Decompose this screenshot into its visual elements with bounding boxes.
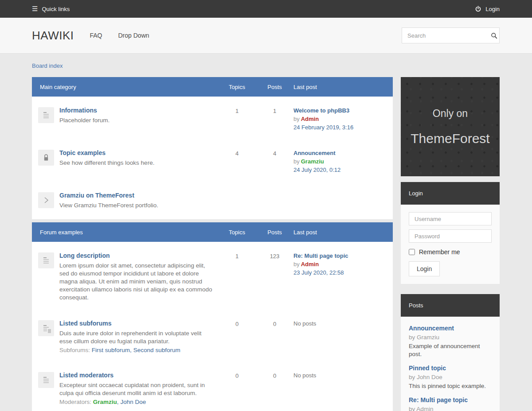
site-logo[interactable]: HAWIKI xyxy=(32,29,74,43)
login-panel-title: Login xyxy=(401,182,500,205)
no-posts-label: No posts xyxy=(293,320,316,327)
topics-count: 4 xyxy=(218,149,256,157)
last-post-cell: Welcome to phpBB3 byAdmin 24 February 20… xyxy=(293,106,393,131)
forum-row-listed-subforums: Listed subforums Duis aute irure dolor i… xyxy=(32,310,393,362)
password-field[interactable] xyxy=(409,229,492,243)
author-link-admin[interactable]: Admin xyxy=(301,116,319,122)
forum-description: Lorem ipsum dolor sit amet, consectetur … xyxy=(59,262,212,302)
post-author: by Admin xyxy=(409,406,492,411)
chevron-right-icon xyxy=(38,192,54,208)
file-subforum-icon xyxy=(38,320,54,336)
lock-icon xyxy=(38,150,54,166)
posts-count: 0 xyxy=(256,371,293,379)
last-post-date-link[interactable]: 24 February 2019, 3:16 xyxy=(293,124,353,131)
last-post-cell: No posts xyxy=(293,371,393,379)
category-title: Forum examples xyxy=(32,229,218,236)
moderators-line: Moderators: Gramziu,John Doe xyxy=(59,399,218,405)
last-post-link[interactable]: Welcome to phpBB3 xyxy=(293,107,349,114)
forum-row-informations: Informations Placeholder forum. 1 1 Welc… xyxy=(32,97,393,140)
themeforest-banner[interactable]: Only on ThemeForest xyxy=(401,77,500,176)
username-field[interactable] xyxy=(409,212,492,225)
forum-row-listed-moderators: Listed moderators Excepteur sint occaeca… xyxy=(32,362,393,411)
subforum-link-second[interactable]: Second subforum xyxy=(133,347,180,353)
post-excerpt: This is pinned topic example. xyxy=(409,382,492,390)
posts-count: 0 xyxy=(256,319,293,327)
posts-panel: Posts Announcement by Gramziu Example of… xyxy=(401,294,500,411)
page-content: Board index Main category Topics Posts L… xyxy=(0,54,532,411)
nav-faq[interactable]: FAQ xyxy=(90,32,102,39)
login-panel: Login Remember me Login xyxy=(401,182,500,284)
post-author: by John Doe xyxy=(409,374,492,380)
remember-me-row[interactable]: Remember me xyxy=(409,248,492,256)
last-post-link[interactable]: Re: Multi page topic xyxy=(293,252,348,260)
author-link-gramziu[interactable]: Gramziu xyxy=(301,158,324,165)
forum-row-topic-examples: Topic examples See how different things … xyxy=(32,140,393,182)
last-post-cell: Announcement byGramziu 24 July 2020, 0:1… xyxy=(293,149,393,174)
author-link-admin[interactable]: Admin xyxy=(301,261,319,268)
forum-link[interactable]: Topic examples xyxy=(59,149,106,156)
last-post-link[interactable]: Announcement xyxy=(293,150,336,157)
category-main: Main category Topics Posts Last post Inf… xyxy=(32,77,393,219)
moderator-link-john-doe[interactable]: John Doe xyxy=(121,399,146,405)
forum-description: See how different things looks here. xyxy=(59,159,212,167)
post-link[interactable]: Announcement xyxy=(409,325,454,332)
hamburger-icon: ☰ xyxy=(32,5,38,12)
posts-count: 1 xyxy=(256,106,293,114)
forum-description: Placeholder forum. xyxy=(59,116,212,124)
column-last-post: Last post xyxy=(293,228,393,236)
quick-links-button[interactable]: ☰ Quick links xyxy=(32,6,70,12)
subforum-badge xyxy=(47,328,52,334)
post-link[interactable]: Re: Multi page topic xyxy=(409,396,468,403)
forum-description: Excepteur sint occaecat cupidatat non pr… xyxy=(59,381,212,397)
forum-row-long-description: Long description Lorem ipsum dolor sit a… xyxy=(32,243,393,310)
last-post-cell: No posts xyxy=(293,319,393,327)
forum-link[interactable]: Listed subforums xyxy=(59,320,111,327)
search-box xyxy=(402,27,500,43)
forum-row-themeforest: Gramziu on ThemeForest View Gramziu Them… xyxy=(32,182,393,218)
topics-count: 1 xyxy=(218,106,256,114)
post-item: Pinned topic by John Doe This is pinned … xyxy=(409,364,492,390)
sidebar: Only on ThemeForest Login Remember me Lo… xyxy=(401,77,500,411)
banner-line1: Only on xyxy=(433,108,468,120)
category-title: Main category xyxy=(32,84,218,90)
column-topics: Topics xyxy=(218,84,256,90)
search-input[interactable] xyxy=(402,32,491,39)
column-last-post: Last post xyxy=(293,83,393,91)
posts-panel-title: Posts xyxy=(401,294,500,317)
forum-link[interactable]: Listed moderators xyxy=(59,372,113,379)
post-link[interactable]: Pinned topic xyxy=(409,364,446,372)
forum-link[interactable]: Informations xyxy=(59,107,97,114)
quick-links-label: Quick links xyxy=(42,6,70,12)
power-icon xyxy=(475,6,481,12)
remember-me-checkbox[interactable] xyxy=(409,249,415,255)
breadcrumb-board-index[interactable]: Board index xyxy=(32,62,63,69)
main-nav: FAQ Drop Down xyxy=(74,32,149,39)
forum-link[interactable]: Long description xyxy=(59,252,110,259)
site-header: HAWIKI FAQ Drop Down xyxy=(0,18,532,54)
topics-count: 1 xyxy=(218,252,256,260)
posts-count: 4 xyxy=(256,149,293,157)
forum-description: View Gramziu ThemeForest portfolio. xyxy=(59,202,212,209)
breadcrumb: Board index xyxy=(32,54,500,77)
last-post-date-link[interactable]: 23 July 2020, 22:58 xyxy=(293,269,344,276)
search-icon[interactable] xyxy=(491,32,497,39)
last-post-date-link[interactable]: 24 July 2020, 0:12 xyxy=(293,167,340,173)
file-text-icon xyxy=(38,372,54,388)
top-bar: ☰ Quick links Login xyxy=(0,0,532,18)
column-topics: Topics xyxy=(218,229,256,236)
forum-description: Duis aute irure dolor in reprehenderit i… xyxy=(59,330,212,345)
forum-link[interactable]: Gramziu on ThemeForest xyxy=(59,192,134,199)
post-excerpt: Example of announcement post. xyxy=(409,342,492,358)
column-posts: Posts xyxy=(256,229,293,236)
category-forum-examples: Forum examples Topics Posts Last post Lo… xyxy=(32,222,393,411)
login-link[interactable]: Login xyxy=(475,6,500,12)
posts-count: 123 xyxy=(256,252,293,260)
subforum-link-first[interactable]: First subforum xyxy=(92,347,130,353)
login-button[interactable]: Login xyxy=(409,261,440,276)
no-posts-label: No posts xyxy=(293,372,316,379)
login-label: Login xyxy=(485,6,500,12)
moderator-link-gramziu[interactable]: Gramziu xyxy=(93,399,117,405)
nav-drop-down[interactable]: Drop Down xyxy=(118,32,149,39)
last-post-cell: Re: Multi page topic byAdmin 23 July 202… xyxy=(293,252,393,276)
banner-line2: ThemeForest xyxy=(411,131,489,146)
